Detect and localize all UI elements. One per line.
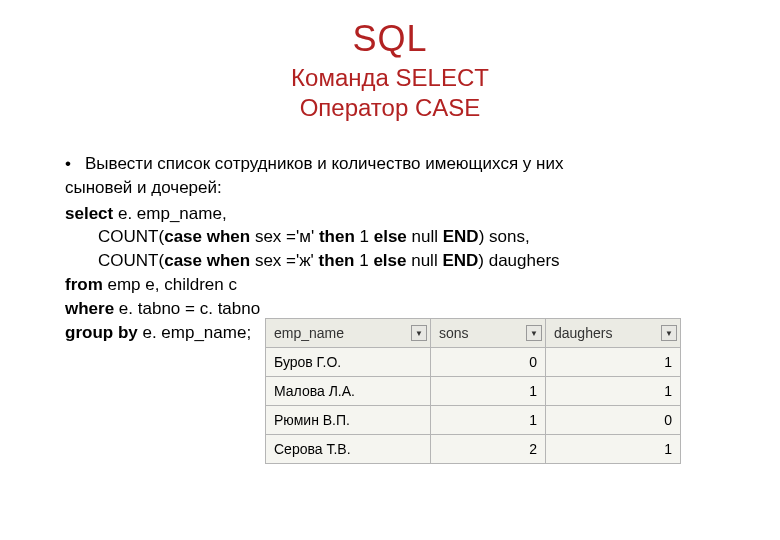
kw-where: where [65,299,114,318]
subtitle-operator: Оператор CASE [0,94,780,122]
col-header-sons-label: sons [439,325,469,341]
sql-count1-mid3: null [407,227,443,246]
sql-where-line: where e. tabno = c. tabno [65,297,720,321]
result-table-container: emp_name ▼ sons ▼ daughers ▼ Буров Г.О. … [265,318,681,464]
sql-count1-mid: sex ='м' [250,227,319,246]
sql-count1-post: ) sons, [479,227,530,246]
col-header-daughers[interactable]: daughers ▼ [546,319,681,348]
kw-from: from [65,275,103,294]
sql-count2-mid2: 1 [354,251,373,270]
table-row: Малова Л.А. 1 1 [266,377,681,406]
sql-count2-mid: sex ='ж' [250,251,318,270]
cell-daughers: 0 [546,406,681,435]
cell-daughers: 1 [546,435,681,464]
kw-case2: case when [164,251,250,270]
col-header-emp[interactable]: emp_name ▼ [266,319,431,348]
sql-count2-pre: COUNT( [65,251,164,270]
cell-daughers: 1 [546,348,681,377]
sql-count2-post: ) daughers [478,251,559,270]
cell-sons: 0 [431,348,546,377]
task-paragraph: •Вывести список сотрудников и количество… [65,152,720,176]
cell-daughers: 1 [546,377,681,406]
kw-case1: case when [164,227,250,246]
sql-from-line: from emp e, children c [65,273,720,297]
kw-then1: then [319,227,355,246]
cell-emp: Рюмин В.П. [266,406,431,435]
cell-sons: 1 [431,377,546,406]
kw-end1: END [443,227,479,246]
cell-sons: 2 [431,435,546,464]
sql-count-daughers: COUNT(case when sex ='ж' then 1 else nul… [65,249,720,273]
sql-count1-pre: COUNT( [65,227,164,246]
kw-then2: then [319,251,355,270]
table-row: Серова Т.В. 2 1 [266,435,681,464]
sql-from-rest: emp e, children c [103,275,237,294]
kw-else2: else [373,251,406,270]
dropdown-icon[interactable]: ▼ [526,325,542,341]
table-row: Буров Г.О. 0 1 [266,348,681,377]
subtitle-command: Команда SELECT [0,64,780,92]
title-block: SQL Команда SELECT Оператор CASE [0,0,780,122]
cell-emp: Серова Т.В. [266,435,431,464]
content-block: •Вывести список сотрудников и количество… [0,122,780,344]
sql-count2-mid3: null [406,251,442,270]
col-header-emp-label: emp_name [274,325,344,341]
sql-select-rest: e. emp_name, [113,204,226,223]
task-text-line2: сыновей и дочерей: [65,176,720,200]
dropdown-icon[interactable]: ▼ [661,325,677,341]
result-table: emp_name ▼ sons ▼ daughers ▼ Буров Г.О. … [265,318,681,464]
dropdown-icon[interactable]: ▼ [411,325,427,341]
col-header-daughers-label: daughers [554,325,612,341]
sql-where-rest: e. tabno = c. tabno [114,299,260,318]
col-header-sons[interactable]: sons ▼ [431,319,546,348]
sql-select-line: select e. emp_name, [65,202,720,226]
kw-select: select [65,204,113,223]
bullet-icon: • [65,152,85,176]
kw-end2: END [442,251,478,270]
kw-else1: else [374,227,407,246]
sql-count1-mid2: 1 [355,227,374,246]
sql-count-sons: COUNT(case when sex ='м' then 1 else nul… [65,225,720,249]
table-header-row: emp_name ▼ sons ▼ daughers ▼ [266,319,681,348]
cell-emp: Буров Г.О. [266,348,431,377]
cell-emp: Малова Л.А. [266,377,431,406]
page-title: SQL [0,18,780,60]
sql-groupby-rest: e. emp_name; [138,323,251,342]
cell-sons: 1 [431,406,546,435]
table-row: Рюмин В.П. 1 0 [266,406,681,435]
task-text-line1: Вывести список сотрудников и количество … [85,154,563,173]
kw-groupby: group by [65,323,138,342]
